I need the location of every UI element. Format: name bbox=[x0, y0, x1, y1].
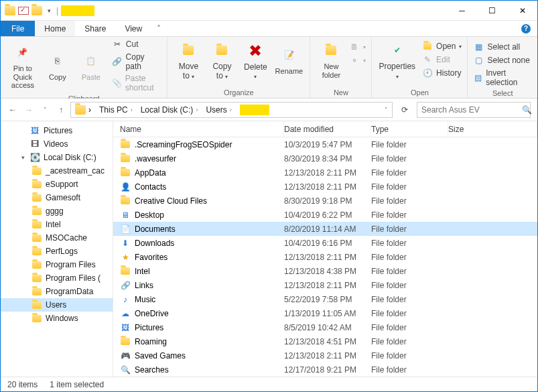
breadcrumb-local-disk[interactable]: Local Disk (C:)› bbox=[137, 105, 202, 115]
list-item[interactable]: 🖥Desktop10/4/2019 6:22 PMFile folder bbox=[113, 208, 537, 222]
select-all-button[interactable]: ▦Select all bbox=[472, 41, 533, 53]
edit-button[interactable]: ✎Edit bbox=[421, 54, 463, 66]
open-button[interactable]: Open ▾ bbox=[421, 40, 463, 52]
paste-shortcut-button[interactable]: 📎Paste shortcut bbox=[111, 73, 163, 93]
file-list-body[interactable]: .ScreamingFrogSEOSpider10/3/2019 5:47 PM… bbox=[113, 137, 537, 377]
pin-icon: 📌 bbox=[12, 42, 33, 63]
tree-node[interactable]: PerfLogs bbox=[1, 245, 113, 258]
address-folder-icon bbox=[75, 105, 86, 115]
qat-properties-icon[interactable] bbox=[18, 7, 29, 15]
column-size[interactable]: Size bbox=[448, 121, 537, 137]
home-tab[interactable]: Home bbox=[35, 21, 75, 36]
list-item[interactable]: 🔗Links12/13/2018 2:11 PMFile folder bbox=[113, 278, 537, 292]
tree-node[interactable]: _acestream_cac bbox=[1, 164, 113, 178]
invert-selection-button[interactable]: ▤Invert selection bbox=[472, 68, 533, 88]
new-folder-button[interactable]: Newfolder bbox=[314, 38, 348, 80]
breadcrumb-users-label: Users bbox=[206, 105, 226, 115]
select-none-button[interactable]: ▢Select none bbox=[472, 54, 533, 66]
qat-dropdown-icon[interactable]: ▾ bbox=[45, 7, 54, 14]
tree-node[interactable]: 🖼Pictures bbox=[1, 124, 113, 137]
search-input[interactable] bbox=[421, 105, 522, 115]
tree-node[interactable]: eSupport bbox=[1, 178, 113, 191]
address-bar[interactable]: › This PC› Local Disk (C:)› Users› ˅ bbox=[70, 102, 393, 118]
open-label: Open bbox=[436, 42, 456, 51]
list-item[interactable]: 👤Contacts12/13/2018 2:11 PMFile folder bbox=[113, 180, 537, 194]
help-button[interactable]: ? bbox=[515, 21, 537, 36]
refresh-button[interactable]: ⟳ bbox=[397, 102, 413, 118]
tree-node[interactable]: gggg bbox=[1, 204, 113, 218]
rename-button[interactable]: 📝 Rename bbox=[272, 38, 306, 82]
tree-node[interactable]: Windows bbox=[1, 312, 113, 325]
tree-node[interactable]: MSOCache bbox=[1, 231, 113, 245]
properties-button[interactable]: ✔ Properties▾ bbox=[376, 38, 418, 81]
list-item[interactable]: ★Favorites12/13/2018 2:11 PMFile folder bbox=[113, 250, 537, 264]
column-type[interactable]: Type bbox=[371, 121, 448, 137]
item-date: 12/13/2018 2:11 PM bbox=[284, 281, 371, 290]
copy-button[interactable]: ⎘ Copy bbox=[41, 38, 74, 93]
list-item[interactable]: Intel12/13/2018 4:38 PMFile folder bbox=[113, 264, 537, 278]
search-box[interactable]: 🔍 bbox=[417, 102, 531, 118]
item-date: 8/30/2019 8:34 PM bbox=[284, 154, 371, 164]
item-type: File folder bbox=[371, 224, 448, 234]
column-date[interactable]: Date modified bbox=[284, 121, 371, 137]
tree-node[interactable]: 🎞Videos bbox=[1, 137, 113, 151]
paste-button[interactable]: 📋 Paste bbox=[74, 38, 108, 93]
breadcrumb-current-redacted[interactable] bbox=[236, 105, 273, 115]
address-dropdown-icon[interactable]: ˅ bbox=[385, 107, 388, 113]
paste-shortcut-label: Paste shortcut bbox=[125, 74, 162, 92]
nav-forward-button[interactable]: → bbox=[23, 105, 34, 115]
tree-node-label: eSupport bbox=[46, 180, 78, 189]
copy-path-button[interactable]: 🔗Copy path bbox=[111, 52, 163, 72]
music-icon: ♪ bbox=[120, 294, 131, 305]
item-type: File folder bbox=[371, 323, 448, 332]
new-item-button[interactable]: 🗎▾ bbox=[348, 41, 367, 53]
list-item[interactable]: Creative Cloud Files8/30/2019 9:18 PMFil… bbox=[113, 194, 537, 208]
copy-to-button[interactable]: Copyto ▾ bbox=[205, 38, 239, 82]
list-item[interactable]: .ScreamingFrogSEOSpider10/3/2019 5:47 PM… bbox=[113, 137, 537, 151]
nav-back-button[interactable]: ← bbox=[7, 105, 18, 115]
tree-node[interactable]: Gamesoft bbox=[1, 191, 113, 204]
share-tab[interactable]: Share bbox=[75, 21, 115, 36]
navigation-tree[interactable]: 🖼Pictures🎞Videos▾💽Local Disk (C:)_acestr… bbox=[1, 121, 113, 377]
list-item[interactable]: .wavesurfer8/30/2019 8:34 PMFile folder bbox=[113, 151, 537, 166]
breadcrumb-this-pc[interactable]: This PC› bbox=[95, 105, 137, 115]
move-to-button[interactable]: Moveto ▾ bbox=[172, 38, 205, 82]
expand-icon[interactable]: ▾ bbox=[19, 154, 26, 161]
tree-node-label: Users bbox=[46, 300, 66, 310]
view-tab[interactable]: View bbox=[115, 21, 151, 36]
tree-node[interactable]: ▾💽Local Disk (C:) bbox=[1, 151, 113, 164]
tree-node[interactable]: Program Files ( bbox=[1, 271, 113, 285]
maximize-button[interactable]: ☐ bbox=[477, 1, 507, 20]
breadcrumb-users[interactable]: Users› bbox=[202, 105, 235, 115]
list-item[interactable]: Roaming12/13/2018 4:51 PMFile folder bbox=[113, 334, 537, 348]
delete-button[interactable]: ✖ Delete▾ bbox=[239, 38, 272, 82]
tree-node[interactable]: Intel bbox=[1, 218, 113, 231]
list-item[interactable]: 🖼Pictures8/5/2019 10:42 AMFile folder bbox=[113, 320, 537, 334]
list-item[interactable]: ♪Music5/22/2019 7:58 PMFile folder bbox=[113, 292, 537, 306]
list-item[interactable]: ⬇Downloads10/4/2019 6:16 PMFile folder bbox=[113, 236, 537, 250]
cut-button[interactable]: ✂Cut bbox=[111, 38, 163, 50]
tree-node[interactable]: ProgramData bbox=[1, 285, 113, 298]
history-button[interactable]: 🕘History bbox=[421, 67, 463, 79]
tree-node[interactable]: Users bbox=[1, 298, 113, 312]
tree-node[interactable]: Program Files bbox=[1, 258, 113, 271]
column-name[interactable]: Name bbox=[113, 121, 284, 137]
properties-icon: ✔ bbox=[387, 40, 408, 61]
list-item[interactable]: 📄Documents8/20/2019 11:14 AMFile folder bbox=[113, 222, 537, 236]
list-item[interactable]: ☁OneDrive1/13/2019 11:05 AMFile folder bbox=[113, 306, 537, 320]
easy-access-button[interactable]: ⚬▾ bbox=[348, 54, 367, 66]
nav-recent-button[interactable]: ˅ bbox=[40, 107, 50, 113]
item-name: OneDrive bbox=[135, 309, 169, 318]
search-icon[interactable]: 🔍 bbox=[522, 105, 532, 115]
qat-folder-icon[interactable] bbox=[31, 6, 42, 15]
pin-to-quick-access-button[interactable]: 📌 Pin to Quickaccess bbox=[5, 38, 41, 93]
list-item[interactable]: 🎮Saved Games12/13/2018 2:11 PMFile folde… bbox=[113, 348, 537, 363]
ribbon-collapse-icon[interactable]: ˄ bbox=[151, 21, 166, 36]
list-item[interactable]: 🔍Searches12/17/2018 9:21 PMFile folder bbox=[113, 363, 537, 377]
file-tab[interactable]: File bbox=[1, 21, 35, 36]
nav-up-button[interactable]: ↑ bbox=[56, 105, 66, 115]
list-item[interactable]: AppData12/13/2018 2:11 PMFile folder bbox=[113, 166, 537, 180]
new-folder-icon bbox=[320, 40, 342, 61]
close-button[interactable]: ✕ bbox=[507, 1, 537, 20]
minimize-button[interactable]: ─ bbox=[447, 1, 477, 20]
